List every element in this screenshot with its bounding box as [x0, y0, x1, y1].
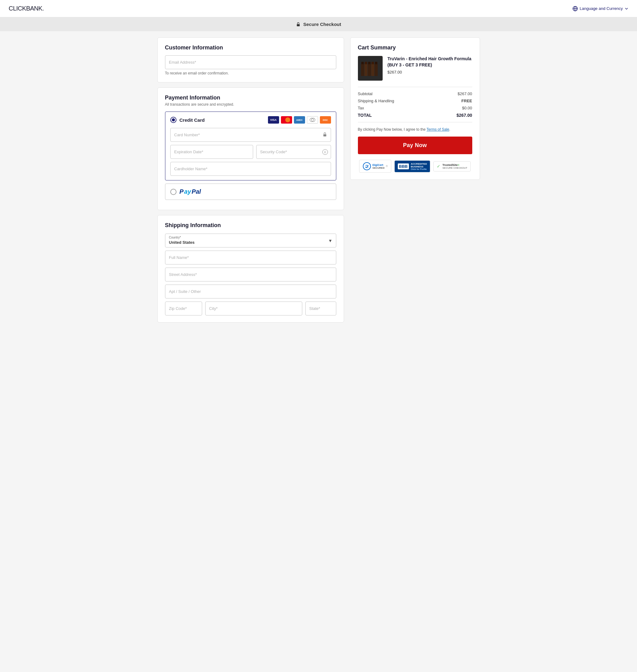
- zip-city-state-row: [165, 301, 336, 315]
- credit-card-label: Credit Card: [180, 117, 205, 123]
- product-price: $267.00: [387, 70, 472, 74]
- bbb-accredited-label: ACCREDITED: [411, 163, 427, 165]
- svg-rect-12: [368, 62, 370, 64]
- svg-rect-15: [375, 64, 378, 76]
- svg-rect-6: [323, 134, 326, 136]
- expiration-field[interactable]: [170, 145, 253, 159]
- chevron-down-icon: [625, 7, 629, 11]
- trustedsite-label: TrustedSite®: [442, 164, 467, 167]
- tax-value: $0.00: [462, 106, 472, 110]
- total-row: TOTAL $267.00: [358, 113, 472, 118]
- trust-badges: digi cert DigiCert SECURED ® B: [358, 160, 472, 173]
- mastercard-logo: [281, 116, 292, 124]
- shipping-info-title: Shipping Information: [165, 222, 336, 229]
- trustedsite-badge[interactable]: ✓ TrustedSite® SECURE CHECKOUT: [433, 161, 470, 171]
- street-address-field[interactable]: [165, 267, 336, 281]
- product-info: TruVarin - Enriched Hair Growth Formula …: [387, 56, 472, 81]
- credit-card-header: Credit Card VISA AMEX DISC: [170, 116, 331, 124]
- bbb-badge[interactable]: BBB ACCREDITED BUSINESS Click for Profil…: [394, 160, 431, 172]
- payment-info-card: Payment Information All transactions are…: [157, 88, 344, 210]
- svg-rect-14: [371, 62, 374, 64]
- card-number-field[interactable]: [170, 128, 331, 142]
- bbb-click-label: Click for Profile: [411, 168, 427, 170]
- subtotal-row: Subtotal $267.00: [358, 91, 472, 96]
- main-content: Customer Information To receive an email…: [149, 31, 489, 329]
- svg-rect-8: [361, 62, 364, 64]
- bbb-logo: BBB: [398, 164, 409, 169]
- apt-suite-field[interactable]: [165, 284, 336, 298]
- product-name: TruVarin - Enriched Hair Growth Formula …: [387, 56, 472, 68]
- svg-rect-9: [364, 64, 367, 76]
- visa-logo: VISA: [268, 116, 279, 124]
- right-column: Cart Summary: [350, 37, 480, 180]
- header: CLICKBANK. Language and Currency: [0, 0, 637, 17]
- cart-summary-card: Cart Summary: [350, 37, 480, 180]
- customer-info-card: Customer Information To receive an email…: [157, 37, 344, 82]
- security-code-wrap: i: [256, 145, 331, 159]
- secure-banner: Secure Checkout: [0, 17, 637, 31]
- total-value: $267.00: [456, 113, 472, 118]
- left-column: Customer Information To receive an email…: [157, 37, 344, 322]
- svg-rect-7: [361, 64, 364, 76]
- customer-info-title: Customer Information: [165, 44, 336, 51]
- paypal-option[interactable]: P ay Pal: [165, 184, 336, 200]
- digicert-badge[interactable]: digi cert DigiCert SECURED ®: [359, 160, 391, 173]
- expiry-security-row: i: [170, 145, 331, 159]
- shipping-label: Shipping & Handling: [358, 98, 394, 103]
- lang-currency-label: Language and Currency: [580, 6, 623, 11]
- credit-card-radio[interactable]: [170, 117, 177, 123]
- tax-label: Tax: [358, 106, 364, 110]
- language-currency-button[interactable]: Language and Currency: [572, 6, 629, 12]
- terms-text: By clicking Pay Now below, I agree to th…: [358, 127, 472, 132]
- paypal-logo: P ay Pal: [180, 188, 201, 195]
- discover-logo: DISC: [320, 116, 331, 124]
- full-name-field[interactable]: [165, 250, 336, 264]
- shipping-value: FREE: [461, 98, 472, 103]
- tax-row: Tax $0.00: [358, 106, 472, 110]
- trustedsite-secure-label: SECURE CHECKOUT: [442, 167, 467, 169]
- logo-light: BANK.: [26, 5, 44, 12]
- card-lock-icon: [322, 132, 327, 138]
- card-logos: VISA AMEX DISC: [268, 116, 331, 124]
- state-field[interactable]: [305, 301, 336, 315]
- svg-rect-13: [371, 64, 374, 76]
- payment-info-subtitle: All transactions are secure and encrypte…: [165, 102, 336, 107]
- lock-icon: [296, 22, 301, 27]
- security-info-icon[interactable]: i: [322, 149, 328, 155]
- checkmark-icon: ✓: [437, 164, 440, 169]
- card-fields: i: [170, 128, 331, 176]
- payment-info-title: Payment Information: [165, 95, 336, 101]
- paypal-header: P ay Pal: [170, 188, 331, 195]
- payment-options: Credit Card VISA AMEX DISC: [165, 112, 336, 200]
- product-row: TruVarin - Enriched Hair Growth Formula …: [358, 56, 472, 81]
- card-number-wrap: [170, 128, 331, 142]
- email-field[interactable]: [165, 55, 336, 69]
- zip-code-field[interactable]: [165, 301, 202, 315]
- country-select[interactable]: United States Canada United Kingdom Aust…: [165, 234, 336, 247]
- divider-1: [358, 87, 472, 87]
- terms-of-sale-link[interactable]: Terms of Sale: [426, 127, 449, 132]
- shipping-row: Shipping & Handling FREE: [358, 98, 472, 103]
- svg-rect-3: [297, 24, 300, 26]
- cart-summary-title: Cart Summary: [358, 44, 472, 51]
- subtotal-label: Subtotal: [358, 91, 373, 96]
- svg-rect-16: [375, 62, 377, 64]
- terms-prefix: By clicking Pay Now below, I agree to th…: [358, 127, 425, 132]
- cardholder-name-field[interactable]: [170, 162, 331, 176]
- pay-now-button[interactable]: Pay Now: [358, 136, 472, 154]
- security-code-field[interactable]: [256, 145, 331, 159]
- paypal-radio[interactable]: [170, 189, 177, 195]
- email-hint: To receive an email order confirmation.: [165, 71, 336, 75]
- city-field[interactable]: [205, 301, 302, 315]
- credit-card-option[interactable]: Credit Card VISA AMEX DISC: [165, 112, 336, 181]
- subtotal-value: $267.00: [458, 91, 472, 96]
- diners-logo: [307, 116, 318, 124]
- shipping-info-card: Shipping Information Country* United Sta…: [157, 215, 344, 322]
- country-label: Country*: [169, 236, 181, 239]
- product-bottles-svg: [360, 57, 381, 79]
- product-image: [358, 56, 383, 81]
- digicert-label: DigiCert: [372, 164, 384, 167]
- digicert-secured-label: SECURED: [372, 167, 384, 169]
- total-label: TOTAL: [358, 113, 372, 118]
- globe-icon: [572, 6, 578, 12]
